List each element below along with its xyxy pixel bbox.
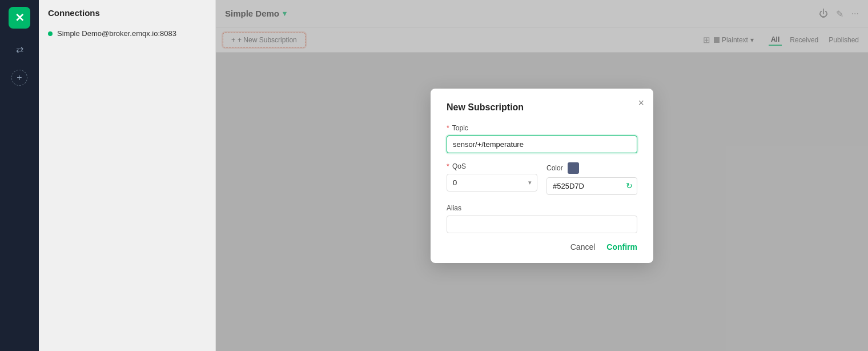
connection-label: Simple Demo@broker.emqx.io:8083	[57, 29, 176, 38]
topic-required-star: *	[447, 124, 449, 132]
add-connection-button[interactable]: +	[11, 70, 27, 86]
dialog-title: New Subscription	[447, 102, 637, 113]
color-label: Color	[546, 164, 563, 172]
logo-icon: ✕	[15, 11, 25, 25]
color-input-wrap: ↻	[546, 177, 637, 195]
alias-label: Alias	[447, 204, 637, 212]
alias-field-group: Alias	[447, 204, 637, 233]
qos-color-row: * QoS 0 1 2 ▾ Color	[447, 162, 637, 195]
alias-input[interactable]	[447, 216, 637, 233]
qos-required-star: *	[447, 162, 449, 170]
color-swatch[interactable]	[568, 162, 579, 174]
connection-item[interactable]: Simple Demo@broker.emqx.io:8083	[39, 23, 215, 43]
app-logo[interactable]: ✕	[9, 7, 30, 29]
confirm-button[interactable]: Confirm	[606, 242, 637, 252]
color-refresh-icon[interactable]: ↻	[626, 181, 633, 190]
sidebar: ✕ ⇄ +	[0, 0, 39, 351]
connections-panel: Connections Simple Demo@broker.emqx.io:8…	[39, 0, 216, 351]
connection-status-dot	[48, 31, 53, 36]
topic-field-group: * Topic	[447, 124, 637, 153]
right-panel: Simple Demo ▾ ⏻ ✎ ··· + + New Subscripti…	[216, 0, 868, 351]
dialog-close-button[interactable]: ×	[638, 98, 644, 108]
modal-overlay: New Subscription × * Topic * QoS	[216, 0, 868, 351]
qos-label: * QoS	[447, 162, 537, 170]
qos-field-group: * QoS 0 1 2 ▾	[447, 162, 537, 195]
color-hex-input[interactable]	[546, 177, 637, 195]
qos-select[interactable]: 0 1 2	[447, 174, 537, 192]
cancel-button[interactable]: Cancel	[570, 242, 596, 252]
sidebar-item-connections[interactable]: ⇄	[10, 40, 29, 58]
topic-input[interactable]	[447, 135, 637, 153]
topic-label: * Topic	[447, 124, 637, 132]
color-field-group: Color ↻	[546, 162, 637, 195]
connections-header: Connections	[39, 0, 215, 23]
color-label-row: Color	[546, 162, 637, 174]
dialog-footer: Cancel Confirm	[447, 242, 637, 252]
connections-icon: ⇄	[16, 44, 23, 55]
new-subscription-dialog: New Subscription × * Topic * QoS	[431, 89, 653, 263]
add-icon: +	[17, 73, 22, 83]
qos-select-wrap: 0 1 2 ▾	[447, 174, 537, 192]
